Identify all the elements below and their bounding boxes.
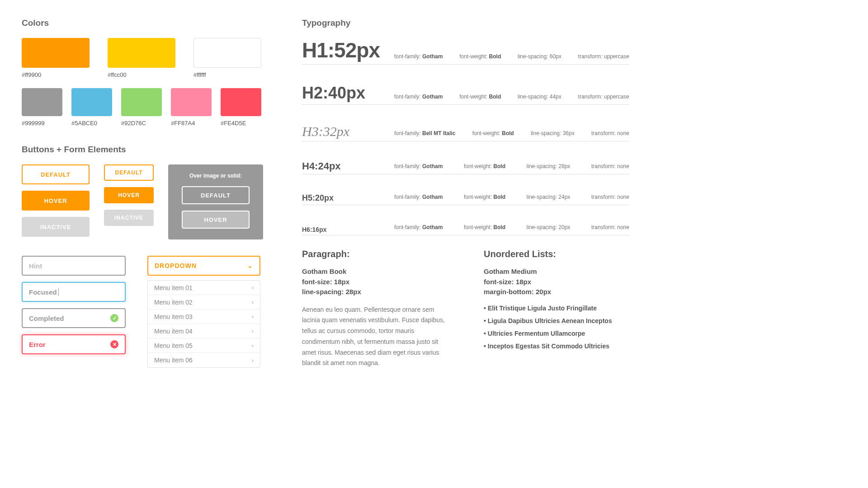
typo-meta: font-family: Gothamfont-weight: Boldline… xyxy=(394,224,629,233)
typography-row: H4:24pxfont-family: Gothamfont-weight: B… xyxy=(302,160,629,174)
dropdown-menu: Menu item 01› Menu item 02› Menu item 03… xyxy=(147,280,260,368)
typography-row: H2:40pxfont-family: Gothamfont-weight: B… xyxy=(302,84,629,105)
typography-row: H1:52pxfont-family: Gothamfont-weight: B… xyxy=(302,38,629,65)
chevron-right-icon: › xyxy=(252,313,254,320)
color-swatch: #FF87A4 xyxy=(171,88,212,127)
section-title-buttons: Buttons + Form Elements xyxy=(22,145,275,155)
chevron-right-icon: › xyxy=(252,284,254,291)
colors-section: Colors #ff9900 #ffcc00 #ffffff # xyxy=(22,18,275,127)
dropdown-label: DROPDOWN xyxy=(155,262,197,269)
input-label: Hint xyxy=(29,262,42,270)
typo-meta: font-family: Gothamfont-weight: Boldline… xyxy=(394,94,629,103)
color-chip xyxy=(108,38,175,68)
color-chip xyxy=(121,88,162,116)
hover-button[interactable]: HOVER xyxy=(22,191,90,211)
color-label: #999999 xyxy=(22,120,62,127)
menu-item[interactable]: Menu item 04› xyxy=(148,324,260,338)
typo-sample: H2:40px xyxy=(302,84,383,103)
color-chip xyxy=(22,38,90,68)
typo-sample: H4:24px xyxy=(302,160,383,172)
menu-item[interactable]: Menu item 05› xyxy=(148,338,260,353)
menu-item[interactable]: Menu item 01› xyxy=(148,281,260,295)
typo-meta: font-family: Bell MT Italicfont-weight: … xyxy=(394,130,629,139)
menu-item[interactable]: Menu item 06› xyxy=(148,353,260,367)
dropdown-toggle[interactable]: DROPDOWN ⌄ xyxy=(147,256,260,276)
color-swatch: #5ABCE0 xyxy=(71,88,112,127)
overlay-default-button[interactable]: DEFAULT xyxy=(182,186,250,204)
menu-item-label: Menu item 04 xyxy=(154,328,193,335)
color-swatch: #92D76C xyxy=(121,88,162,127)
chevron-down-icon: ⌄ xyxy=(247,262,253,269)
input-label: Focused xyxy=(29,288,57,296)
text-cursor-icon xyxy=(58,288,59,296)
typography-row: H3:32pxfont-family: Bell MT Italicfont-w… xyxy=(302,124,629,141)
color-chip xyxy=(71,88,112,116)
close-icon: ✕ xyxy=(110,340,118,348)
unordered-list: Elit Tristique Ligula Justo Fringillate … xyxy=(484,305,629,350)
inactive-button-small[interactable]: INACTIVE xyxy=(104,210,154,226)
typography-row: H5:20pxfont-family: Gothamfont-weight: B… xyxy=(302,193,629,205)
overlay-hover-button[interactable]: HOVER xyxy=(182,211,250,229)
color-label: #92D76C xyxy=(121,120,162,127)
list-title: Unordered Lists: xyxy=(484,249,629,259)
paragraph-title: Paragraph: xyxy=(302,249,448,259)
menu-item-label: Menu item 01 xyxy=(154,284,193,291)
color-swatch: #FE4D5E xyxy=(221,88,261,127)
section-title-colors: Colors xyxy=(22,18,275,28)
typo-meta: font-family: Gothamfont-weight: Boldline… xyxy=(394,194,629,203)
list-item: Ultricies Fermentum Ullamcorpe xyxy=(484,330,629,337)
inactive-button[interactable]: INACTIVE xyxy=(22,217,90,237)
default-button[interactable]: DEFAULT xyxy=(22,164,90,184)
color-chip xyxy=(22,88,62,116)
overlay-title: Over image or solid: xyxy=(189,173,242,179)
typo-sample: H6:16px xyxy=(302,226,383,233)
chevron-right-icon: › xyxy=(252,299,254,305)
list-item: Inceptos Egestas Sit Commodo Ultricies xyxy=(484,343,629,350)
color-label: #FE4D5E xyxy=(221,120,261,127)
check-icon: ✓ xyxy=(110,314,118,322)
paragraph-props: Gotham Book font-size: 18px line-spacing… xyxy=(302,267,448,297)
color-swatch: #999999 xyxy=(22,88,62,127)
color-swatch: #ffcc00 xyxy=(108,38,175,78)
list-item: Ligula Dapibus Ultricies Aenean Inceptos xyxy=(484,317,629,324)
color-label: #ffcc00 xyxy=(108,71,175,78)
overlay-panel: Over image or solid: DEFAULT HOVER xyxy=(168,164,263,239)
list-item: Elit Tristique Ligula Justo Fringillate xyxy=(484,305,629,312)
paragraph-spec: Paragraph: Gotham Book font-size: 18px l… xyxy=(302,249,448,369)
input-focused[interactable]: Focused xyxy=(22,282,126,302)
color-chip xyxy=(193,38,261,68)
color-swatch: #ff9900 xyxy=(22,38,90,78)
input-label: Error xyxy=(29,341,46,348)
typo-meta: font-family: Gothamfont-weight: Boldline… xyxy=(394,163,629,172)
list-spec: Unordered Lists: Gotham Medium font-size… xyxy=(484,249,629,369)
typo-sample: H5:20px xyxy=(302,193,383,203)
color-chip xyxy=(221,88,261,116)
color-label: #ffffff xyxy=(193,71,261,78)
menu-item-label: Menu item 05 xyxy=(154,342,193,349)
menu-item[interactable]: Menu item 03› xyxy=(148,310,260,324)
typography-row: H6:16pxfont-family: Gothamfont-weight: B… xyxy=(302,224,629,235)
input-label: Completed xyxy=(29,314,64,322)
input-completed[interactable]: Completed ✓ xyxy=(22,308,126,328)
typo-sample: H1:52px xyxy=(302,38,383,62)
menu-item-label: Menu item 03 xyxy=(154,313,193,320)
color-label: #5ABCE0 xyxy=(71,120,112,127)
input-error[interactable]: Error ✕ xyxy=(22,334,126,354)
menu-item[interactable]: Menu item 02› xyxy=(148,295,260,310)
color-label: #ff9900 xyxy=(22,71,90,78)
color-swatch: #ffffff xyxy=(193,38,261,78)
typo-meta: font-family: Gothamfont-weight: Boldline… xyxy=(394,53,629,62)
list-props: Gotham Medium font-size: 18px margin-bot… xyxy=(484,267,629,297)
chevron-right-icon: › xyxy=(252,357,254,364)
default-button-small[interactable]: DEFAULT xyxy=(104,164,154,181)
chevron-right-icon: › xyxy=(252,328,254,334)
chevron-right-icon: › xyxy=(252,342,254,349)
menu-item-label: Menu item 02 xyxy=(154,299,193,306)
input-hint[interactable]: Hint xyxy=(22,256,126,276)
section-title-typography: Typography xyxy=(302,18,629,28)
typo-sample: H3:32px xyxy=(302,124,383,139)
menu-item-label: Menu item 06 xyxy=(154,357,193,364)
hover-button-small[interactable]: HOVER xyxy=(104,187,154,203)
color-chip xyxy=(171,88,212,116)
paragraph-body: Aenean eu leo quam. Pellentesque ornare … xyxy=(302,305,448,369)
